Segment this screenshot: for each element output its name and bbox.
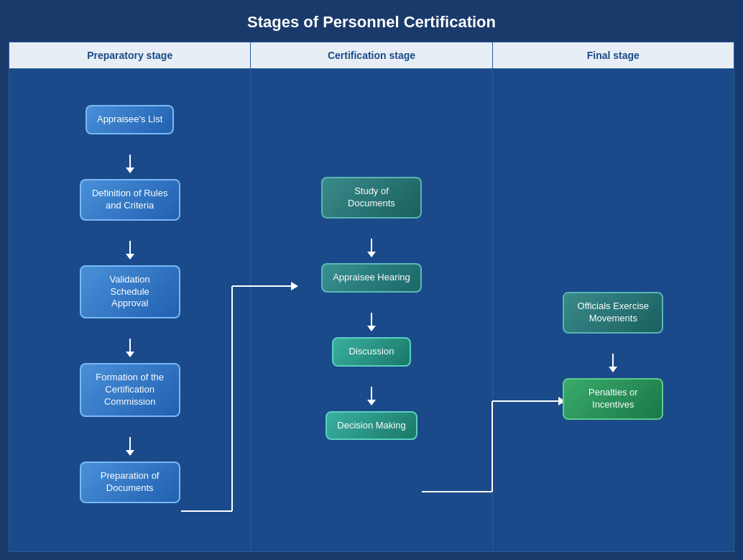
box-validation-schedule: Validation Schedule Approval: [80, 265, 180, 319]
box-decision-making: Decision Making: [326, 411, 417, 441]
box-penalties-incentives: Penalties or Incentives: [563, 378, 663, 420]
page-title: Stages of Personnel Certification: [0, 0, 743, 42]
column-certification: Study of Documents Appraisee Hearing Dis…: [251, 69, 492, 551]
column-headers: Preparatory stage Certification stage Fi…: [9, 42, 734, 69]
box-definition-rules: Definition of Rules and Criteria: [80, 179, 180, 221]
box-study-documents: Study of Documents: [321, 177, 422, 219]
header-certification: Certification stage: [251, 42, 492, 68]
diagram-container: Preparatory stage Certification stage Fi…: [9, 42, 734, 552]
column-preparatory: Appraisee's List Definition of Rules and…: [9, 69, 251, 551]
box-discussion: Discussion: [332, 337, 411, 367]
column-final: Officials Exercise Movements Penalties o…: [493, 69, 734, 551]
box-appraisees-list: Appraisee's List: [86, 105, 174, 134]
header-preparatory: Preparatory stage: [9, 42, 251, 68]
header-final: Final stage: [493, 42, 734, 68]
box-appraisee-hearing: Appraisee Hearing: [321, 263, 422, 293]
box-officials-exercise: Officials Exercise Movements: [563, 292, 663, 334]
box-formation-commission: Formation of the Certification Commissio…: [80, 363, 180, 417]
box-preparation-documents: Preparation of Documents: [80, 462, 180, 503]
